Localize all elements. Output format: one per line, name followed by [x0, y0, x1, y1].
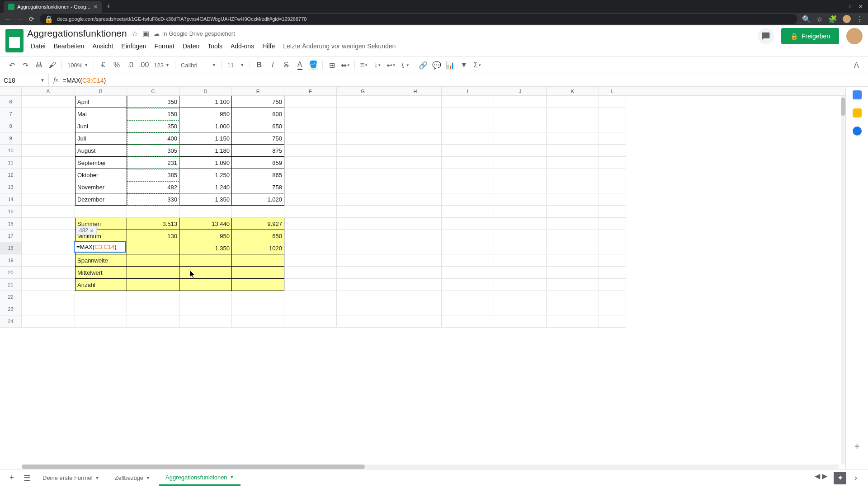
cell[interactable] [179, 315, 232, 328]
cell[interactable] [442, 242, 494, 254]
cell[interactable] [22, 120, 75, 132]
cell[interactable] [442, 181, 494, 193]
cell[interactable] [547, 291, 599, 303]
cell[interactable] [75, 303, 127, 315]
menu-einfuegen[interactable]: Einfügen [118, 41, 150, 52]
cell[interactable] [179, 254, 232, 267]
cell[interactable] [389, 303, 442, 315]
cell[interactable] [179, 279, 232, 291]
cell[interactable] [22, 315, 75, 328]
cell[interactable] [389, 193, 442, 206]
cell[interactable] [547, 120, 599, 132]
cell[interactable] [494, 181, 547, 193]
cell[interactable] [442, 291, 494, 303]
cell[interactable] [547, 96, 599, 108]
cell[interactable] [389, 145, 442, 157]
valign-icon[interactable]: ↕▼ [371, 59, 384, 71]
cell[interactable] [442, 108, 494, 120]
star-icon[interactable]: ☆ [816, 15, 823, 23]
cell[interactable] [389, 315, 442, 328]
cell[interactable] [547, 108, 599, 120]
back-icon[interactable]: ← [5, 15, 12, 23]
cell[interactable] [284, 218, 337, 230]
cell[interactable] [284, 157, 337, 169]
cell[interactable]: 650 [232, 230, 284, 242]
col-header-h[interactable]: H [389, 87, 442, 95]
cell[interactable] [494, 267, 547, 279]
text-color-icon[interactable]: A [293, 59, 306, 71]
sheet-tab-1[interactable]: Deine erste Formel▼ [36, 471, 105, 485]
cell[interactable] [599, 279, 626, 291]
print-icon[interactable]: 🖶 [33, 59, 45, 71]
cell[interactable] [599, 120, 626, 132]
formula-input[interactable]: =MAX(C3:C14) [63, 77, 106, 84]
menu-addons[interactable]: Add-ons [227, 41, 258, 52]
cell[interactable] [179, 267, 232, 279]
cell[interactable] [75, 291, 127, 303]
col-header-f[interactable]: F [284, 87, 337, 95]
cell[interactable] [232, 254, 284, 267]
cell[interactable] [22, 181, 75, 193]
cell[interactable]: August [75, 145, 127, 157]
cell[interactable] [22, 279, 75, 291]
cell[interactable] [337, 242, 389, 254]
col-header-d[interactable]: D [179, 87, 232, 95]
cell[interactable] [337, 193, 389, 206]
cell[interactable] [284, 108, 337, 120]
cell[interactable] [599, 242, 626, 254]
cell[interactable] [442, 145, 494, 157]
cell[interactable] [22, 218, 75, 230]
cell[interactable]: 1.090 [179, 157, 232, 169]
cell[interactable] [75, 315, 127, 328]
cell[interactable] [494, 206, 547, 218]
add-sheet-button[interactable]: + [5, 472, 18, 484]
cell[interactable] [599, 169, 626, 181]
cell[interactable]: Anzahl [75, 279, 127, 291]
cell[interactable] [22, 242, 75, 254]
cell[interactable] [442, 96, 494, 108]
profile-avatar[interactable] [846, 28, 863, 44]
filter-icon[interactable]: ▼ [458, 59, 470, 71]
side-panel-toggle-icon[interactable]: › [849, 473, 863, 483]
cell[interactable] [442, 267, 494, 279]
all-sheets-button[interactable]: ☰ [21, 472, 33, 484]
cell[interactable] [232, 291, 284, 303]
borders-icon[interactable]: ⊞ [326, 59, 338, 71]
row-header[interactable]: 7 [0, 108, 22, 120]
cell[interactable]: 750 [232, 96, 284, 108]
cell[interactable] [284, 206, 337, 218]
cell[interactable] [337, 230, 389, 242]
share-button[interactable]: 🔒 Freigeben [781, 28, 839, 44]
cell[interactable] [494, 218, 547, 230]
cell[interactable]: 1.350 [179, 242, 232, 254]
undo-icon[interactable]: ↶ [5, 59, 18, 71]
cell[interactable]: Dezember [75, 193, 127, 206]
cell[interactable] [337, 315, 389, 328]
cell[interactable] [389, 242, 442, 254]
cell[interactable]: 150 [127, 108, 179, 120]
row-header[interactable]: 16 [0, 218, 22, 230]
cell[interactable]: 1.240 [179, 181, 232, 193]
redo-icon[interactable]: ↷ [19, 59, 32, 71]
row-header[interactable]: 13 [0, 181, 22, 193]
cell[interactable] [599, 206, 626, 218]
zoom-dropdown[interactable]: 100%▼ [65, 59, 91, 71]
cell[interactable]: 758 [232, 181, 284, 193]
cell[interactable] [389, 279, 442, 291]
merge-icon[interactable]: ⬌▼ [339, 59, 352, 71]
currency-icon[interactable]: € [97, 59, 109, 71]
cell[interactable]: Juli [75, 132, 127, 145]
col-header-k[interactable]: K [547, 87, 599, 95]
tasks-icon[interactable] [853, 127, 862, 136]
cell[interactable] [232, 206, 284, 218]
col-header-j[interactable]: J [494, 87, 547, 95]
col-header-l[interactable]: L [599, 87, 626, 95]
cell[interactable] [389, 96, 442, 108]
close-window-icon[interactable]: ✕ [859, 4, 863, 9]
cell[interactable] [494, 291, 547, 303]
row-header[interactable]: 19 [0, 254, 22, 267]
calendar-icon[interactable] [853, 90, 862, 99]
cell[interactable]: 865 [232, 169, 284, 181]
cell[interactable] [22, 267, 75, 279]
cell[interactable] [22, 169, 75, 181]
